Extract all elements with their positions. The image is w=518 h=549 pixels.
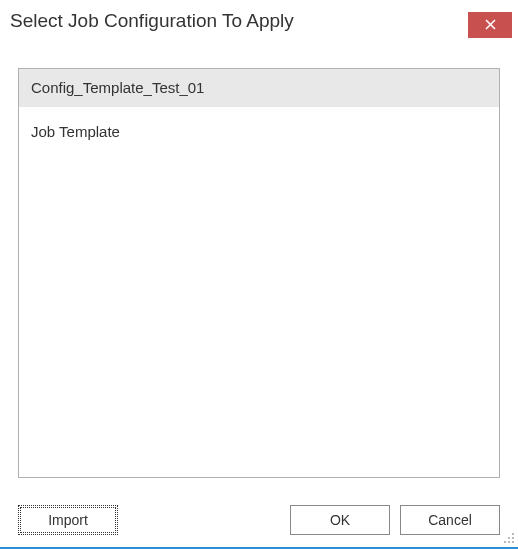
svg-point-7 xyxy=(512,541,514,543)
list-item[interactable]: Config_Template_Test_01 xyxy=(19,69,499,107)
button-bar: Import OK Cancel xyxy=(18,505,500,535)
title-bar: Select Job Configuration To Apply xyxy=(0,0,518,50)
svg-point-4 xyxy=(512,537,514,539)
dialog-window: Select Job Configuration To Apply Config… xyxy=(0,0,518,549)
svg-point-6 xyxy=(508,541,510,543)
list-item-label: Config_Template_Test_01 xyxy=(31,79,204,96)
svg-point-3 xyxy=(508,537,510,539)
ok-button[interactable]: OK xyxy=(290,505,390,535)
ok-button-label: OK xyxy=(330,512,350,528)
svg-point-2 xyxy=(512,533,514,535)
close-icon xyxy=(485,16,496,34)
config-list[interactable]: Config_Template_Test_01 Job Template xyxy=(18,68,500,478)
button-bar-right: OK Cancel xyxy=(290,505,500,535)
resize-grip-icon xyxy=(501,530,515,544)
import-button[interactable]: Import xyxy=(18,505,118,535)
dialog-title: Select Job Configuration To Apply xyxy=(10,10,294,32)
cancel-button-label: Cancel xyxy=(428,512,472,528)
svg-point-5 xyxy=(504,541,506,543)
import-button-label: Import xyxy=(48,512,88,528)
close-button[interactable] xyxy=(468,12,512,38)
cancel-button[interactable]: Cancel xyxy=(400,505,500,535)
list-item[interactable]: Job Template xyxy=(19,113,499,151)
list-item-label: Job Template xyxy=(31,123,120,140)
